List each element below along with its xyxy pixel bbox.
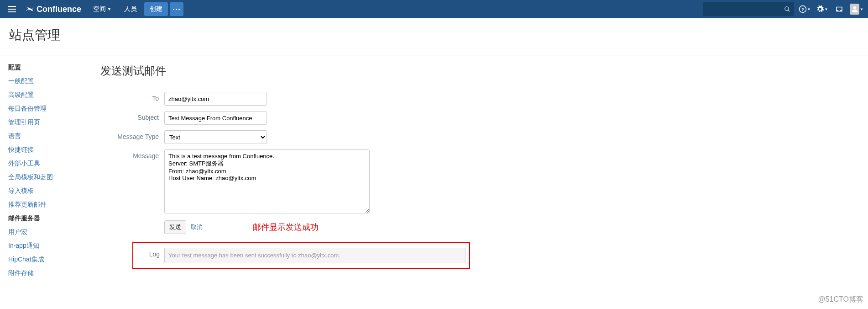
sidebar-item-label: 导入模板 — [8, 187, 34, 194]
svg-line-4 — [788, 10, 790, 12]
profile-button[interactable]: ▼ — [850, 2, 863, 16]
sidebar-item[interactable]: 用户宏 — [8, 228, 87, 236]
top-nav: Confluence 空间▼ 人员 创建 ? ▼ ▼ — [0, 0, 868, 18]
sidebar-item[interactable]: 一般配置 — [8, 77, 87, 85]
message-type-select[interactable]: Text — [164, 130, 267, 144]
nav-people[interactable]: 人员 — [119, 0, 142, 18]
sidebar-item[interactable]: 每日备份管理 — [8, 105, 87, 113]
create-more-button[interactable] — [170, 2, 183, 16]
page-header: 站点管理 — [0, 18, 868, 55]
cancel-link[interactable]: 取消 — [191, 223, 203, 231]
sidebar-item-label: 全局模板和蓝图 — [8, 173, 53, 181]
label-log: Log — [133, 248, 164, 263]
admin-button[interactable]: ▼ — [815, 2, 829, 16]
success-annotation: 邮件显示发送成功 — [253, 222, 319, 233]
chevron-down-icon: ▼ — [825, 7, 828, 11]
svg-rect-1 — [8, 9, 16, 10]
log-box: Log Your test message has been sent succ… — [132, 242, 470, 269]
svg-rect-2 — [8, 11, 16, 12]
content-title: 发送测试邮件 — [100, 64, 859, 78]
subject-input[interactable] — [164, 111, 267, 125]
svg-point-3 — [785, 7, 789, 11]
sidebar-item-label: 外部小工具 — [8, 160, 40, 167]
sidebar-item[interactable]: In-app通知 — [8, 242, 87, 250]
sidebar-item[interactable]: HipChat集成 — [8, 256, 87, 264]
label-message: Message — [100, 149, 164, 160]
inbox-icon — [835, 5, 843, 13]
label-subject: Subject — [100, 111, 164, 121]
search-icon — [784, 6, 790, 12]
sidebar-item[interactable]: 附件存储 — [8, 269, 87, 277]
sidebar-item-label: 语言 — [8, 132, 21, 139]
sidebar-item-label: HipChat集成 — [8, 256, 44, 263]
sidebar-item[interactable]: 语言 — [8, 132, 87, 140]
send-button[interactable]: 发送 — [164, 220, 186, 234]
sidebar-heading: 配置 — [8, 64, 87, 72]
sidebar: 配置 一般配置高级配置每日备份管理管理引用页语言快捷链接外部小工具全局模板和蓝图… — [0, 55, 91, 287]
sidebar-item-label: 用户宏 — [8, 228, 27, 235]
svg-text:?: ? — [801, 7, 804, 12]
avatar-icon — [850, 4, 859, 15]
inbox-button[interactable] — [832, 2, 846, 16]
main-content: 发送测试邮件 To Subject Message Type Text Mess… — [91, 55, 868, 287]
sidebar-item-label: 每日备份管理 — [8, 105, 47, 112]
app-switcher-icon[interactable] — [5, 2, 19, 16]
page-title: 站点管理 — [9, 27, 859, 44]
chevron-down-icon: ▼ — [807, 7, 811, 11]
help-icon: ? — [799, 5, 807, 13]
chevron-down-icon: ▼ — [860, 7, 863, 11]
svg-rect-0 — [8, 6, 16, 7]
sidebar-item[interactable]: 推荐更新邮件 — [8, 201, 87, 209]
label-message-type: Message Type — [100, 130, 164, 140]
message-textarea[interactable] — [164, 149, 370, 213]
sidebar-item-label: 附件存储 — [8, 269, 34, 277]
sidebar-item[interactable]: 导入模板 — [8, 187, 87, 195]
to-input[interactable] — [164, 92, 267, 106]
sidebar-item-label: In-app通知 — [8, 242, 39, 249]
sidebar-item[interactable]: 邮件服务器 — [8, 214, 87, 223]
sidebar-item-label: 推荐更新邮件 — [8, 201, 47, 208]
sidebar-item[interactable]: 全局模板和蓝图 — [8, 173, 87, 181]
nav-spaces[interactable]: 空间▼ — [88, 0, 117, 18]
sidebar-item[interactable]: 外部小工具 — [8, 160, 87, 168]
sidebar-item[interactable]: 高级配置 — [8, 91, 87, 99]
confluence-logo[interactable]: Confluence — [21, 5, 86, 14]
chevron-down-icon: ▼ — [107, 7, 111, 11]
sidebar-item[interactable]: 管理引用页 — [8, 118, 87, 127]
help-button[interactable]: ? ▼ — [798, 2, 811, 16]
sidebar-item-label: 管理引用页 — [8, 118, 40, 126]
log-output: Your test message has been sent successf… — [164, 248, 465, 263]
sidebar-item-label: 快捷链接 — [8, 146, 34, 153]
create-button[interactable]: 创建 — [144, 2, 168, 16]
gear-icon — [816, 5, 824, 13]
search-input[interactable] — [703, 2, 794, 16]
sidebar-item[interactable]: 快捷链接 — [8, 146, 87, 154]
product-name: Confluence — [37, 5, 81, 14]
sidebar-item-label: 一般配置 — [8, 77, 34, 85]
label-to: To — [100, 92, 164, 102]
svg-point-7 — [853, 6, 856, 10]
sidebar-item-label: 高级配置 — [8, 91, 34, 98]
sidebar-item-label: 邮件服务器 — [8, 214, 40, 222]
ellipsis-icon — [173, 9, 180, 10]
